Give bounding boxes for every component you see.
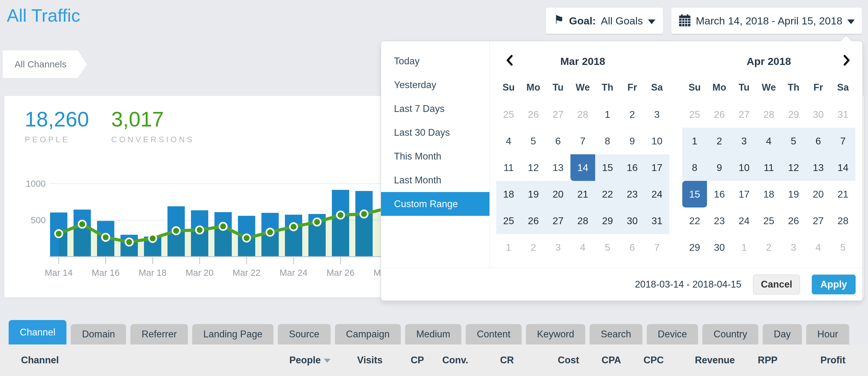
day-cell-18[interactable]: 18 bbox=[496, 181, 521, 207]
day-cell-30[interactable]: 30 bbox=[620, 207, 645, 234]
day-cell-6[interactable]: 6 bbox=[546, 128, 570, 154]
day-cell-13[interactable]: 13 bbox=[546, 154, 570, 181]
day-cell-26[interactable]: 26 bbox=[781, 207, 806, 234]
day-cell-12[interactable]: 12 bbox=[781, 154, 806, 181]
day-cell-22[interactable]: 22 bbox=[682, 207, 707, 234]
tab-hour[interactable]: Hour bbox=[806, 324, 849, 344]
tab-country[interactable]: Country bbox=[702, 324, 758, 344]
day-cell-24[interactable]: 24 bbox=[732, 207, 756, 234]
day-cell-25[interactable]: 25 bbox=[496, 101, 521, 128]
day-cell-17[interactable]: 17 bbox=[645, 154, 669, 181]
column-header-cpa[interactable]: CPA bbox=[579, 355, 621, 366]
day-cell-6[interactable]: 6 bbox=[620, 234, 645, 261]
apply-button[interactable]: Apply bbox=[812, 274, 856, 294]
day-cell-31[interactable]: 31 bbox=[831, 101, 855, 128]
tab-medium[interactable]: Medium bbox=[405, 324, 461, 344]
column-header-rpp[interactable]: RPP bbox=[735, 355, 777, 366]
day-cell-5[interactable]: 5 bbox=[781, 128, 806, 154]
day-cell-2[interactable]: 2 bbox=[707, 128, 732, 154]
day-cell-26[interactable]: 26 bbox=[707, 101, 732, 128]
day-cell-2[interactable]: 2 bbox=[620, 101, 645, 128]
day-cell-29[interactable]: 29 bbox=[682, 234, 707, 261]
day-cell-4[interactable]: 4 bbox=[756, 128, 781, 154]
goal-selector-button[interactable]: ⚑ Goal: All Goals bbox=[546, 8, 663, 34]
date-preset-yesterday[interactable]: Yesterday bbox=[381, 73, 490, 97]
column-header-people[interactable]: People bbox=[269, 355, 331, 366]
column-header-revenue[interactable]: Revenue bbox=[664, 355, 735, 366]
day-cell-20[interactable]: 20 bbox=[806, 181, 831, 207]
tab-channel[interactable]: Channel bbox=[9, 320, 66, 344]
day-cell-31[interactable]: 31 bbox=[645, 207, 669, 234]
day-cell-9[interactable]: 9 bbox=[707, 154, 732, 181]
day-cell-3[interactable]: 3 bbox=[732, 128, 756, 154]
next-month-button[interactable] bbox=[840, 54, 853, 67]
day-cell-28[interactable]: 28 bbox=[570, 207, 595, 234]
tab-keyword[interactable]: Keyword bbox=[526, 324, 586, 344]
day-cell-25[interactable]: 25 bbox=[756, 207, 781, 234]
tab-campaign[interactable]: Campaign bbox=[335, 324, 401, 344]
day-cell-4[interactable]: 4 bbox=[806, 234, 831, 261]
day-cell-30[interactable]: 30 bbox=[806, 101, 831, 128]
day-cell-18[interactable]: 18 bbox=[756, 181, 781, 207]
day-cell-10[interactable]: 10 bbox=[645, 128, 669, 154]
day-cell-13[interactable]: 13 bbox=[806, 154, 831, 181]
breadcrumb[interactable]: All Channels bbox=[3, 50, 87, 78]
day-cell-28[interactable]: 28 bbox=[831, 207, 855, 234]
tab-referrer[interactable]: Referrer bbox=[130, 324, 188, 344]
cancel-button[interactable]: Cancel bbox=[753, 274, 800, 294]
day-cell-17[interactable]: 17 bbox=[732, 181, 756, 207]
column-header-cpc[interactable]: CPC bbox=[621, 355, 664, 366]
day-cell-3[interactable]: 3 bbox=[546, 234, 570, 261]
day-cell-4[interactable]: 4 bbox=[570, 234, 595, 261]
day-cell-21[interactable]: 21 bbox=[570, 181, 595, 207]
day-cell-3[interactable]: 3 bbox=[645, 101, 669, 128]
day-cell-16[interactable]: 16 bbox=[620, 154, 645, 181]
date-range-button[interactable]: March 14, 2018 - April 15, 2018 bbox=[672, 8, 862, 34]
day-cell-21[interactable]: 21 bbox=[831, 181, 855, 207]
day-cell-5[interactable]: 5 bbox=[595, 234, 620, 261]
day-cell-15-selected[interactable]: 15 bbox=[682, 181, 707, 207]
day-cell-19[interactable]: 19 bbox=[781, 181, 806, 207]
day-cell-27[interactable]: 27 bbox=[806, 207, 831, 234]
date-preset-this-month[interactable]: This Month bbox=[381, 144, 490, 168]
day-cell-28[interactable]: 28 bbox=[570, 101, 595, 128]
day-cell-25[interactable]: 25 bbox=[682, 101, 707, 128]
date-preset-last-month[interactable]: Last Month bbox=[381, 168, 490, 192]
day-cell-28[interactable]: 28 bbox=[756, 101, 781, 128]
column-header-cost[interactable]: Cost bbox=[514, 355, 579, 366]
day-cell-1[interactable]: 1 bbox=[682, 128, 707, 154]
day-cell-29[interactable]: 29 bbox=[595, 207, 620, 234]
column-header-cr[interactable]: CR bbox=[468, 355, 514, 366]
day-cell-12[interactable]: 12 bbox=[521, 154, 546, 181]
day-cell-7[interactable]: 7 bbox=[570, 128, 595, 154]
tab-day[interactable]: Day bbox=[763, 324, 802, 344]
column-header-channel[interactable]: Channel bbox=[21, 355, 269, 366]
day-cell-5[interactable]: 5 bbox=[831, 234, 855, 261]
day-cell-29[interactable]: 29 bbox=[781, 101, 806, 128]
day-cell-16[interactable]: 16 bbox=[707, 181, 732, 207]
day-cell-27[interactable]: 27 bbox=[546, 207, 570, 234]
day-cell-5[interactable]: 5 bbox=[521, 128, 546, 154]
column-header-conv[interactable]: Conv. bbox=[424, 355, 468, 366]
day-cell-27[interactable]: 27 bbox=[546, 101, 570, 128]
day-cell-7[interactable]: 7 bbox=[645, 234, 669, 261]
day-cell-8[interactable]: 8 bbox=[682, 154, 707, 181]
day-cell-14-selected[interactable]: 14 bbox=[570, 154, 595, 181]
day-cell-2[interactable]: 2 bbox=[521, 234, 546, 261]
tab-domain[interactable]: Domain bbox=[71, 324, 126, 344]
column-header-visits[interactable]: Visits bbox=[331, 355, 382, 366]
tab-landing-page[interactable]: Landing Page bbox=[192, 324, 274, 344]
day-cell-1[interactable]: 1 bbox=[595, 101, 620, 128]
day-cell-14[interactable]: 14 bbox=[831, 154, 855, 181]
day-cell-1[interactable]: 1 bbox=[496, 234, 521, 261]
day-cell-11[interactable]: 11 bbox=[496, 154, 521, 181]
date-preset-last-7-days[interactable]: Last 7 Days bbox=[381, 97, 490, 121]
previous-month-button[interactable] bbox=[503, 54, 517, 67]
day-cell-27[interactable]: 27 bbox=[732, 101, 756, 128]
day-cell-23[interactable]: 23 bbox=[620, 181, 645, 207]
date-preset-custom-range[interactable]: Custom Range bbox=[381, 192, 490, 216]
day-cell-9[interactable]: 9 bbox=[620, 128, 645, 154]
day-cell-20[interactable]: 20 bbox=[546, 181, 570, 207]
day-cell-2[interactable]: 2 bbox=[756, 234, 781, 261]
column-header-profit[interactable]: Profit bbox=[777, 355, 845, 366]
